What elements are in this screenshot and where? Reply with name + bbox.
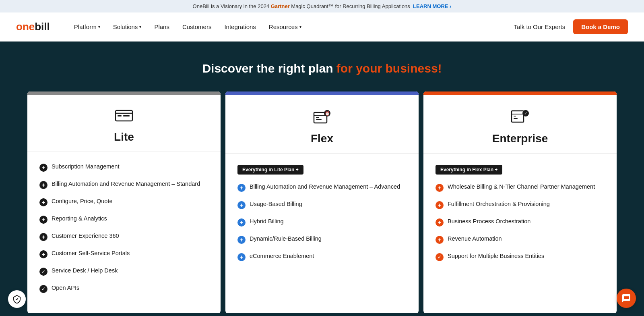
svg-rect-2 [118, 115, 122, 116]
plan-name-flex: Flex [233, 132, 411, 145]
chevron-down-icon: ▾ [299, 25, 301, 29]
hero-title-highlight: for your business! [336, 62, 442, 75]
plus-icon: + [237, 236, 246, 244]
feature-item: + Customer Self-Service Portals [39, 250, 208, 258]
feature-item: + Billing Automation and Revenue Managem… [237, 183, 407, 192]
feature-item: + Configure, Price, Quote [39, 198, 208, 206]
plus-icon: + [436, 236, 444, 244]
plans-container: Lite + Subscription Management + Billing… [0, 91, 644, 316]
plan-header-flex: ⏰ Flex [225, 91, 419, 154]
svg-rect-7 [316, 119, 322, 120]
feature-item: + Reporting & Analytics [39, 215, 208, 224]
svg-rect-3 [123, 115, 130, 116]
feature-item: ✓ Open APIs [39, 285, 208, 293]
plus-icon: + [39, 164, 47, 172]
plan-icon-enterprise: ✓ [431, 108, 609, 128]
navbar: onebill Platform ▾ Solutions ▾ Plans Cus… [0, 12, 644, 42]
plan-bar [27, 91, 221, 95]
feature-item: + Fulfillment Orchestration & Provisioni… [436, 201, 605, 209]
feature-list-flex: + Billing Automation and Revenue Managem… [237, 183, 407, 261]
nav-item-resources[interactable]: Resources ▾ [269, 23, 301, 30]
logo-bill: bill [35, 21, 50, 33]
plan-header-lite: Lite [27, 91, 221, 152]
plan-icon: ⏰ [313, 108, 331, 125]
svg-rect-12 [514, 116, 516, 116]
gartner-text: Gartner [271, 3, 290, 9]
hero-section: Discover the right plan for your busines… [0, 42, 644, 91]
svg-text:⏰: ⏰ [325, 111, 330, 116]
plus-icon: + [237, 184, 246, 192]
svg-rect-10 [512, 111, 524, 122]
everything-badge: Everything in Flex Plan + [436, 165, 502, 175]
plan-icon-lite [35, 108, 213, 127]
plus-icon: + [237, 201, 246, 209]
check-icon: ✓ [39, 285, 47, 293]
feature-item: + Dynamic/Rule-Based Billing [237, 235, 407, 244]
feature-item: + Wholesale Billing & N-Tier Channel Par… [436, 183, 605, 192]
book-demo-button[interactable]: Book a Demo [573, 19, 628, 34]
feature-item: + Usage-Based Billing [237, 201, 407, 209]
plan-body-flex: Everything in Lite Plan + + Billing Auto… [225, 154, 419, 281]
plan-name-lite: Lite [35, 131, 213, 143]
feature-item: ✓ Service Desk / Help Desk [39, 267, 208, 276]
nav-item-solutions[interactable]: Solutions ▾ [113, 23, 142, 30]
svg-text:✓: ✓ [524, 111, 527, 116]
check-icon: ✓ [39, 268, 47, 276]
chat-button[interactable] [617, 289, 636, 308]
feature-item: + Billing Automation and Revenue Managem… [39, 181, 208, 189]
learn-more-link[interactable]: LEARN MORE › [413, 3, 451, 9]
plus-icon: + [237, 218, 246, 227]
security-badge[interactable] [8, 290, 26, 308]
svg-rect-6 [316, 117, 319, 118]
hero-title-normal: Discover the right plan [202, 62, 336, 75]
plan-icon-flex: ⏰ [233, 108, 411, 128]
plan-name-enterprise: Enterprise [431, 132, 609, 145]
talk-to-experts-link[interactable]: Talk to Our Experts [514, 23, 566, 30]
plan-body-enterprise: Everything in Flex Plan + + Wholesale Bi… [423, 154, 617, 281]
nav-item-platform[interactable]: Platform ▾ [74, 23, 100, 30]
plus-icon: + [39, 216, 47, 224]
logo-one: one [16, 21, 35, 33]
feature-item: + Hybrid Billing [237, 218, 407, 227]
chevron-down-icon: ▾ [98, 25, 100, 29]
feature-item: + Subscription Management [39, 163, 208, 172]
feature-list-enterprise: + Wholesale Billing & N-Tier Channel Par… [436, 183, 605, 261]
chevron-down-icon: ▾ [139, 25, 141, 29]
logo[interactable]: onebill [16, 21, 50, 33]
plan-body-lite: + Subscription Management + Billing Auto… [27, 152, 221, 313]
plus-icon: + [39, 198, 47, 206]
nav-links: Platform ▾ Solutions ▾ Plans Customers I… [74, 23, 514, 30]
nav-item-customers[interactable]: Customers [182, 23, 212, 30]
hero-title: Discover the right plan for your busines… [8, 62, 636, 75]
plan-bar [423, 91, 617, 95]
nav-actions: Talk to Our Experts Book a Demo [514, 19, 628, 34]
plan-icon: ✓ [511, 108, 529, 125]
plus-icon: + [436, 201, 444, 209]
feature-item: + Customer Experience 360 [39, 233, 208, 241]
plan-header-enterprise: ✓ Enterprise [423, 91, 617, 154]
nav-item-plans[interactable]: Plans [154, 23, 169, 30]
announcement-text: OneBill is a Visionary in the 2024 [193, 3, 271, 9]
feature-item: + Revenue Automation [436, 235, 605, 244]
plan-card-lite: Lite + Subscription Management + Billing… [27, 91, 221, 313]
svg-rect-13 [514, 118, 518, 119]
check-icon: ✓ [436, 253, 444, 261]
plan-card-enterprise: ✓ Enterprise Everything in Flex Plan + +… [423, 91, 617, 313]
feature-list-lite: + Subscription Management + Billing Auto… [39, 163, 208, 293]
plan-bar [225, 91, 419, 95]
plus-icon: + [436, 218, 444, 227]
feature-item: + eCommerce Enablement [237, 253, 407, 261]
announcement-text2: Magic Quadrant™ for Recurring Billing Ap… [290, 3, 410, 9]
plus-icon: + [39, 233, 47, 241]
plus-icon: + [39, 181, 47, 189]
announcement-bar: OneBill is a Visionary in the 2024 Gartn… [0, 0, 644, 12]
everything-badge: Everything in Lite Plan + [237, 165, 303, 175]
plan-icon [115, 108, 133, 123]
plus-icon: + [436, 184, 444, 192]
feature-item: + Business Process Orchestration [436, 218, 605, 227]
plus-icon: + [39, 250, 47, 258]
nav-item-integrations[interactable]: Integrations [224, 23, 256, 30]
plan-card-flex: ⏰ Flex Everything in Lite Plan + + Billi… [225, 91, 419, 313]
plus-icon: + [237, 253, 246, 261]
feature-item: ✓ Support for Multiple Business Entities [436, 253, 605, 261]
